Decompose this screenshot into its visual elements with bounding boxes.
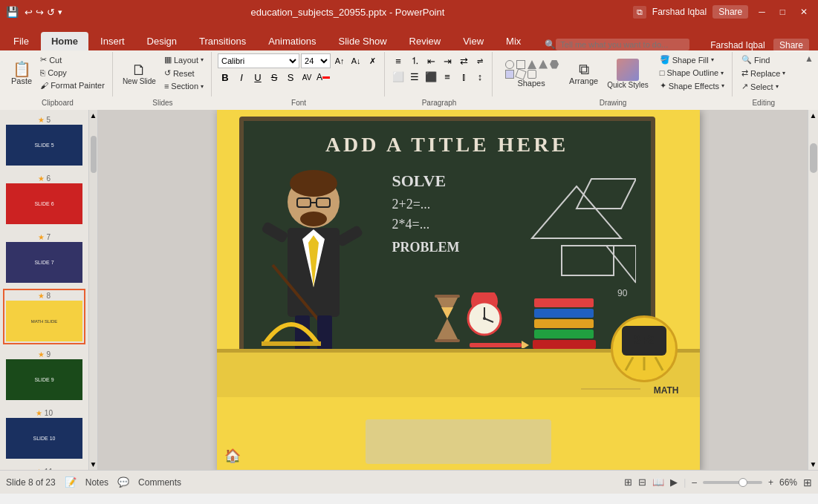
share-btn[interactable]: Share: [773, 39, 809, 52]
normal-view-icon[interactable]: ⊞: [624, 477, 632, 488]
bold-button[interactable]: B: [218, 70, 233, 85]
justify-button[interactable]: ≡: [440, 69, 455, 84]
tab-slideshow[interactable]: Slide Show: [328, 32, 397, 50]
maximize-button[interactable]: □: [776, 5, 790, 19]
align-right-button[interactable]: ⬛: [423, 69, 438, 84]
tab-review[interactable]: Review: [399, 32, 452, 50]
line-spacing-button[interactable]: ↕: [473, 69, 487, 84]
underline-button[interactable]: U: [250, 70, 265, 85]
quick-styles-button[interactable]: Quick Styles: [603, 53, 652, 94]
format-painter-button[interactable]: 🖌 Format Painter: [37, 79, 108, 91]
close-button[interactable]: ✕: [796, 5, 812, 19]
spacing-button[interactable]: AV: [299, 70, 314, 85]
search-input[interactable]: [556, 39, 689, 50]
comments-button[interactable]: Comments: [138, 477, 181, 488]
slide-thumb-5[interactable]: ★ 5 SLIDE 5: [3, 113, 85, 168]
notes-button[interactable]: Notes: [85, 477, 108, 488]
save-icon[interactable]: 💾: [6, 6, 19, 18]
indent-more-button[interactable]: ⇥: [440, 53, 455, 68]
slide-sorter-icon[interactable]: ⊟: [638, 477, 646, 488]
align-left-button[interactable]: ⬜: [391, 69, 406, 84]
share-button[interactable]: Share: [712, 5, 748, 19]
comment-icon[interactable]: 💬: [117, 477, 129, 488]
fit-slide-button[interactable]: ⊞: [803, 477, 812, 488]
layout-button[interactable]: ▦ Layout ▾: [161, 53, 207, 66]
cut-button[interactable]: ✂ Cut: [37, 53, 108, 66]
zoom-in-icon[interactable]: +: [768, 477, 773, 488]
tab-transitions[interactable]: Transitions: [189, 32, 256, 50]
indent-less-button[interactable]: ⇤: [423, 53, 438, 68]
slide-10-preview: SLIDE 10: [6, 418, 82, 459]
undo2-icon[interactable]: ↺: [47, 7, 55, 18]
new-slide-button[interactable]: 🗋 New Slide: [119, 53, 160, 94]
tab-home[interactable]: Home: [41, 32, 88, 50]
math-line: [581, 388, 640, 390]
shape-outline-button[interactable]: □ Shape Outline ▾: [657, 67, 727, 79]
slide-5-preview: SLIDE 5: [6, 125, 82, 166]
panel-scroll-up[interactable]: ▲: [88, 110, 99, 121]
canvas-scroll-down[interactable]: ▼: [808, 459, 818, 470]
tab-file[interactable]: File: [3, 32, 39, 50]
align-center-button[interactable]: ☰: [407, 69, 422, 84]
slide-info: Slide 8 of 23: [6, 477, 56, 488]
slide-notes-icon[interactable]: 📝: [65, 477, 77, 488]
slide-thumb-8[interactable]: ★ 8 MATH SLIDE: [3, 289, 85, 344]
drawing-label: Drawing: [494, 99, 732, 107]
panel-scroll-track: [89, 121, 97, 459]
slide-thumb-6[interactable]: ★ 6 SLIDE 6: [3, 171, 85, 227]
slide-canvas[interactable]: ADD A TITLE HERE SOLVE 2+2=... 2*4=... P…: [217, 110, 700, 470]
strikethrough-button[interactable]: S: [267, 70, 282, 85]
zoom-slider[interactable]: [703, 481, 762, 484]
font-size-select[interactable]: 24: [301, 53, 331, 68]
paste-button[interactable]: 📋 Paste: [7, 53, 36, 94]
tab-view[interactable]: View: [452, 32, 494, 50]
copy-button[interactable]: ⎘ Copy: [37, 67, 108, 79]
zoom-out-icon[interactable]: –: [692, 477, 697, 488]
clear-format-button[interactable]: ✗: [365, 53, 380, 68]
slide-thumb-7[interactable]: ★ 7 SLIDE 7: [3, 230, 85, 286]
slide-thumb-9[interactable]: ★ 9 SLIDE 9: [3, 347, 85, 403]
panel-scroll-thumb[interactable]: [91, 136, 97, 173]
ribbon-collapse[interactable]: ▲: [803, 52, 815, 96]
svg-point-12: [300, 212, 327, 226]
convert-button[interactable]: ⇌: [473, 53, 487, 68]
bullets-button[interactable]: ≡: [391, 53, 406, 68]
font-name-select[interactable]: Calibri: [218, 53, 299, 68]
shape-effects-icon: ✦: [660, 81, 666, 91]
slide-thumb-11[interactable]: ★ 11 SLIDE 11: [3, 465, 85, 470]
minimize-button[interactable]: ─: [754, 5, 770, 19]
select-button[interactable]: ↗ Select ▾: [739, 80, 788, 93]
section-button[interactable]: ≡ Section ▾: [161, 80, 207, 92]
find-button[interactable]: 🔍 Find: [739, 53, 788, 66]
undo-icon[interactable]: ↩: [25, 7, 33, 18]
panel-scroll-down[interactable]: ▼: [88, 459, 99, 470]
tab-insert[interactable]: Insert: [90, 32, 135, 50]
increase-font-button[interactable]: A↑: [332, 53, 347, 68]
canvas-scroll-up[interactable]: ▲: [808, 110, 818, 121]
shadow-button[interactable]: S: [283, 70, 298, 85]
slideshow-icon[interactable]: ▶: [670, 477, 678, 488]
rtl-button[interactable]: ⇄: [456, 53, 471, 68]
shape-effects-button[interactable]: ✦ Shape Effects ▾: [657, 79, 727, 92]
arrange-button[interactable]: ⧉ Arrange: [565, 53, 602, 94]
columns-button[interactable]: ⫿: [456, 69, 471, 84]
board-shapes: 90: [517, 171, 636, 307]
restore-icon[interactable]: ⧉: [633, 6, 646, 19]
canvas-scroll-thumb[interactable]: [810, 143, 817, 173]
shape-fill-button[interactable]: 🪣 Shape Fill ▾: [657, 53, 727, 66]
tab-mix[interactable]: Mix: [496, 32, 531, 50]
tab-animations[interactable]: Animations: [258, 32, 326, 50]
font-color-button[interactable]: A: [316, 70, 331, 85]
slide-thumb-10[interactable]: ★ 10 SLIDE 10: [3, 406, 85, 462]
decrease-font-button[interactable]: A↓: [348, 53, 363, 68]
reset-button[interactable]: ↺ Reset: [161, 67, 207, 79]
reading-view-icon[interactable]: 📖: [652, 477, 664, 488]
numbering-button[interactable]: ⒈: [407, 53, 422, 68]
italic-button[interactable]: I: [234, 70, 249, 85]
redo-icon[interactable]: ↪: [36, 7, 44, 18]
shapes-button[interactable]: Shapes: [499, 53, 564, 94]
replace-button[interactable]: ⇄ Replace ▾: [739, 67, 788, 79]
chevron-up-icon: ▲: [805, 53, 814, 64]
tab-design[interactable]: Design: [137, 32, 187, 50]
zoom-thumb[interactable]: [739, 478, 747, 487]
